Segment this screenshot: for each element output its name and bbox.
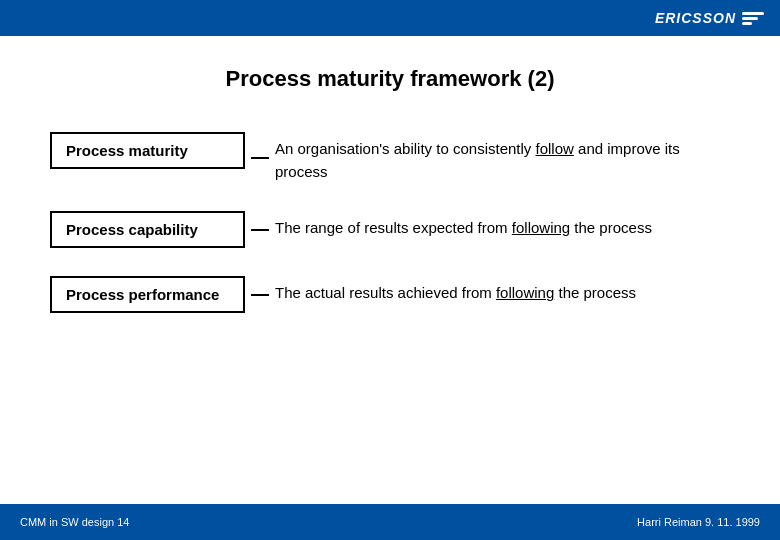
def3-after: the process bbox=[554, 284, 636, 301]
def2-before: The range of results expected from bbox=[275, 219, 512, 236]
footer-left-text: CMM in SW design 14 bbox=[20, 516, 129, 528]
footer-right-text: Harri Reiman 9. 11. 1999 bbox=[637, 516, 760, 528]
wave-2 bbox=[742, 17, 758, 20]
def2-underlined: following bbox=[512, 219, 570, 236]
page-title: Process maturity framework (2) bbox=[50, 66, 730, 92]
divider-1 bbox=[251, 157, 269, 159]
def3-underlined: following bbox=[496, 284, 554, 301]
divider-3 bbox=[251, 294, 269, 296]
definition-process-performance: The actual results achieved from followi… bbox=[275, 276, 730, 305]
definition-process-maturity: An organisation's ability to consistentl… bbox=[275, 132, 730, 183]
def1-before: An organisation's ability to consistentl… bbox=[275, 140, 536, 157]
term-process-performance: Process performance bbox=[50, 276, 245, 313]
row-process-maturity: Process maturity An organisation's abili… bbox=[50, 132, 730, 183]
def3-before: The actual results achieved from bbox=[275, 284, 496, 301]
definition-process-capability: The range of results expected from follo… bbox=[275, 211, 730, 240]
def1-underlined: follow bbox=[536, 140, 574, 157]
ericsson-waves-icon bbox=[742, 12, 764, 25]
bottom-bar: CMM in SW design 14 Harri Reiman 9. 11. … bbox=[0, 504, 780, 540]
wave-1 bbox=[742, 12, 764, 15]
row-process-capability: Process capability The range of results … bbox=[50, 211, 730, 248]
divider-2 bbox=[251, 229, 269, 231]
wave-3 bbox=[742, 22, 752, 25]
def2-after: the process bbox=[570, 219, 652, 236]
top-banner: ERICSSON bbox=[0, 0, 780, 36]
main-content: Process maturity framework (2) Process m… bbox=[0, 36, 780, 361]
ericsson-logo: ERICSSON bbox=[655, 10, 764, 26]
term-process-maturity: Process maturity bbox=[50, 132, 245, 169]
term-process-capability: Process capability bbox=[50, 211, 245, 248]
row-process-performance: Process performance The actual results a… bbox=[50, 276, 730, 313]
ericsson-brand-text: ERICSSON bbox=[655, 10, 736, 26]
